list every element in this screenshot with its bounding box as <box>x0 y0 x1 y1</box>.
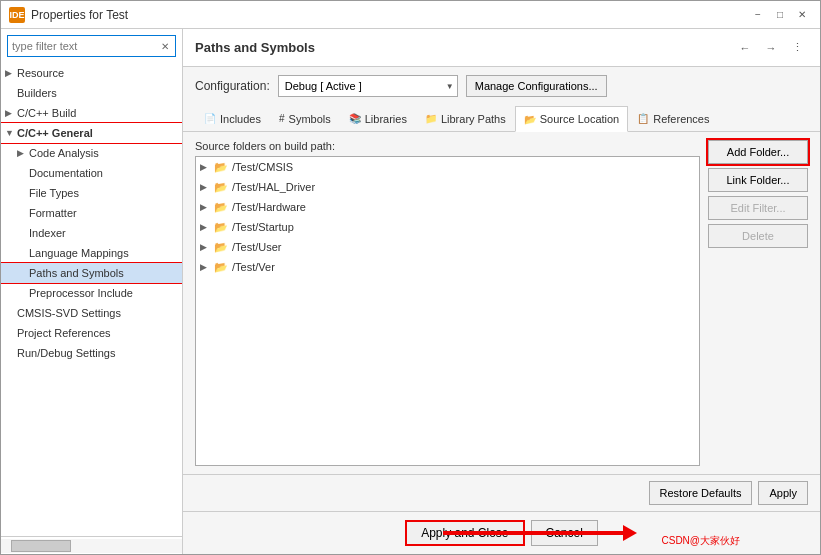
sidebar-item-cmsis-svd[interactable]: CMSIS-SVD Settings <box>1 303 182 323</box>
restore-button[interactable]: □ <box>770 6 790 24</box>
tab-library-paths[interactable]: 📁 Library Paths <box>416 105 515 131</box>
folder-icon: 📂 <box>214 201 228 214</box>
config-bar: Configuration: Debug [ Active ] ▼ Manage… <box>183 67 820 105</box>
sidebar-item-file-types[interactable]: File Types <box>1 183 182 203</box>
tab-libraries[interactable]: 📚 Libraries <box>340 105 416 131</box>
config-select[interactable]: Debug [ Active ] <box>278 75 458 97</box>
list-item-label: /Test/Ver <box>232 261 275 273</box>
sidebar-scrollbar[interactable] <box>1 539 182 553</box>
sidebar-item-project-references[interactable]: Project References <box>1 323 182 343</box>
main-window: IDE Properties for Test − □ ✕ ✕ ▶ Resour… <box>0 0 821 555</box>
add-folder-button[interactable]: Add Folder... <box>708 140 808 164</box>
sidebar-item-resource[interactable]: ▶ Resource <box>1 63 182 83</box>
very-bottom-bar: Apply and Close Cancel CSDN@大家伙好 <box>183 511 820 554</box>
tab-symbols-label: Symbols <box>289 113 331 125</box>
minimize-button[interactable]: − <box>748 6 768 24</box>
tab-includes-label: Includes <box>220 113 261 125</box>
right-panel: Paths and Symbols ← → ⋮ Configuration: D… <box>183 29 820 554</box>
sidebar-item-documentation[interactable]: Documentation <box>1 163 182 183</box>
watermark: CSDN@大家伙好 <box>662 534 741 548</box>
forward-button[interactable]: → <box>760 37 782 59</box>
sidebar-item-label: Preprocessor Include <box>29 287 133 299</box>
tree-arrow: ▶ <box>5 108 17 118</box>
sidebar-item-label: Indexer <box>29 227 66 239</box>
sidebar-item-cpp-build[interactable]: ▶ C/C++ Build <box>1 103 182 123</box>
sidebar-item-label: Language Mappings <box>29 247 129 259</box>
config-select-wrap: Debug [ Active ] ▼ <box>278 75 458 97</box>
link-folder-button[interactable]: Link Folder... <box>708 168 808 192</box>
search-input[interactable] <box>12 40 159 52</box>
tab-references[interactable]: 📋 References <box>628 105 718 131</box>
close-button[interactable]: ✕ <box>792 6 812 24</box>
folder-icon: 📂 <box>214 221 228 234</box>
sidebar-item-label: CMSIS-SVD Settings <box>17 307 121 319</box>
title-bar: IDE Properties for Test − □ ✕ <box>1 1 820 29</box>
panel-header: Paths and Symbols ← → ⋮ <box>183 29 820 67</box>
sidebar-item-formatter[interactable]: Formatter <box>1 203 182 223</box>
folder-icon: 📂 <box>214 261 228 274</box>
sidebar-tree: ▶ Resource Builders ▶ C/C++ Build ▼ C/C+… <box>1 63 182 536</box>
list-item[interactable]: ▶ 📂 /Test/Hardware <box>196 197 699 217</box>
tab-source-location[interactable]: 📂 Source Location <box>515 106 629 132</box>
source-location-icon: 📂 <box>524 114 536 125</box>
list-item[interactable]: ▶ 📂 /Test/CMSIS <box>196 157 699 177</box>
library-paths-icon: 📁 <box>425 113 437 124</box>
restore-defaults-button[interactable]: Restore Defaults <box>649 481 753 505</box>
tab-libraries-label: Libraries <box>365 113 407 125</box>
edit-filter-button[interactable]: Edit Filter... <box>708 196 808 220</box>
app-icon: IDE <box>9 7 25 23</box>
list-item[interactable]: ▶ 📂 /Test/Startup <box>196 217 699 237</box>
sidebar-item-language-mappings[interactable]: Language Mappings <box>1 243 182 263</box>
delete-button[interactable]: Delete <box>708 224 808 248</box>
list-item[interactable]: ▶ 📂 /Test/User <box>196 237 699 257</box>
panel-toolbar: ← → ⋮ <box>734 37 808 59</box>
search-box[interactable]: ✕ <box>7 35 176 57</box>
list-item-arrow: ▶ <box>200 202 210 212</box>
back-button[interactable]: ← <box>734 37 756 59</box>
sidebar-item-preprocessor-include[interactable]: Preprocessor Include <box>1 283 182 303</box>
arrow-annotation <box>443 525 637 541</box>
sidebar-item-code-analysis[interactable]: ▶ Code Analysis <box>1 143 182 163</box>
scroll-thumb[interactable] <box>11 540 71 552</box>
more-button[interactable]: ⋮ <box>786 37 808 59</box>
list-item-label: /Test/Startup <box>232 221 294 233</box>
sidebar-item-label: Formatter <box>29 207 77 219</box>
source-panel-left: Source folders on build path: ▶ 📂 /Test/… <box>195 140 700 466</box>
sidebar-bottom <box>1 536 182 554</box>
includes-icon: 📄 <box>204 113 216 124</box>
folder-icon: 📂 <box>214 161 228 174</box>
title-bar-left: IDE Properties for Test <box>9 7 128 23</box>
tab-symbols[interactable]: # Symbols <box>270 105 340 131</box>
apply-button[interactable]: Apply <box>758 481 808 505</box>
source-panel: Source folders on build path: ▶ 📂 /Test/… <box>183 132 820 474</box>
list-item[interactable]: ▶ 📂 /Test/Ver <box>196 257 699 277</box>
sidebar-item-label: C/C++ Build <box>17 107 76 119</box>
bottom-action-bar: Restore Defaults Apply <box>183 474 820 511</box>
folder-icon: 📂 <box>214 241 228 254</box>
sidebar-item-cpp-general[interactable]: ▼ C/C++ General <box>1 123 182 143</box>
window-title: Properties for Test <box>31 8 128 22</box>
sidebar-item-label: File Types <box>29 187 79 199</box>
list-item-arrow: ▶ <box>200 222 210 232</box>
sidebar-item-indexer[interactable]: Indexer <box>1 223 182 243</box>
tree-arrow: ▶ <box>5 68 17 78</box>
sidebar-item-builders[interactable]: Builders <box>1 83 182 103</box>
sidebar-item-label: Run/Debug Settings <box>17 347 115 359</box>
list-item-label: /Test/Hardware <box>232 201 306 213</box>
sidebar-item-label: Paths and Symbols <box>29 267 124 279</box>
main-content: ✕ ▶ Resource Builders ▶ C/C++ Build <box>1 29 820 554</box>
list-item-arrow: ▶ <box>200 242 210 252</box>
manage-configurations-button[interactable]: Manage Configurations... <box>466 75 607 97</box>
sidebar-item-label: Builders <box>17 87 57 99</box>
search-clear-icon[interactable]: ✕ <box>159 41 171 52</box>
sidebar-item-paths-and-symbols[interactable]: Paths and Symbols <box>1 263 182 283</box>
references-icon: 📋 <box>637 113 649 124</box>
sidebar-item-run-debug[interactable]: Run/Debug Settings <box>1 343 182 363</box>
folder-icon: 📂 <box>214 181 228 194</box>
sidebar-item-label: Code Analysis <box>29 147 99 159</box>
sidebar: ✕ ▶ Resource Builders ▶ C/C++ Build <box>1 29 183 554</box>
tab-includes[interactable]: 📄 Includes <box>195 105 270 131</box>
list-item-label: /Test/HAL_Driver <box>232 181 315 193</box>
source-panel-right: Add Folder... Link Folder... Edit Filter… <box>708 140 808 466</box>
list-item[interactable]: ▶ 📂 /Test/HAL_Driver <box>196 177 699 197</box>
